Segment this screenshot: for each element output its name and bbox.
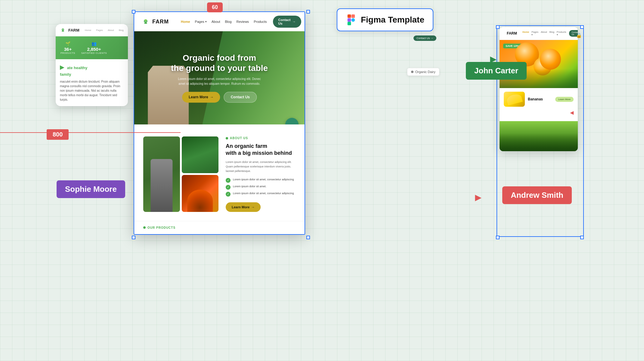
about-field-image [182,136,218,173]
svg-point-7 [145,19,146,21]
contact-us-hero-button[interactable]: Contact Us [224,92,257,103]
cursor-area: ◀ [504,110,574,116]
products-section: OUR PRODUCTS [134,221,305,234]
product-info: Bananas [528,97,552,101]
hero-title: Organic food fromthe ground to your tabl… [143,53,296,73]
check-icon-1: ✓ [226,178,231,183]
farmer-image [150,159,172,212]
arrow-btn-icon: → [251,205,255,209]
right-nav-pages: Pages ▾ [531,31,538,36]
products-dot [143,226,146,229]
organic-dot [411,71,413,73]
stat-clients: 👥 2,850+ Satisfied Clients [81,41,107,54]
andrew-smith-label: Andrew Smith [502,186,572,204]
nav-home[interactable]: Home [181,20,190,23]
left-mobile-card: FARM Home Pages About Blog 🌱 36+ Product… [56,24,128,106]
products-num: 36+ [60,47,75,52]
hero-section: Organic food fromthe ground to your tabl… [134,31,305,124]
right-selection-handle-br [496,236,500,239]
selection-handle-tr [306,10,310,14]
selection-handle-br [306,236,310,239]
selection-handle-bl [132,236,135,239]
red-line [0,132,181,133]
arrow-right-icon: → [293,20,296,23]
about-section: ABOUT US An organic farmwith a big missi… [134,124,305,221]
center-main-card: FARM Home Pages ▾ About Blog Reviews Pro… [134,11,305,235]
badge-60: 60 [207,2,223,12]
sophie-moore-label: Sophie Moore [57,180,125,198]
contact-us-button[interactable]: Contact Us → [273,16,301,28]
john-carter-label: John Carter [466,62,527,80]
left-card-title: ▶ ate healthy family [60,63,124,78]
right-nav-about: About [541,31,547,36]
about-check-3: ✓ Lorem ipsum dolor sit amet, consectetu… [226,192,296,197]
left-card-nav-about: About [108,29,114,32]
products-label: Products [60,52,75,54]
left-card-logo: FARM Home Pages About Blog [56,24,128,36]
left-card-nav-blog: Blog [119,29,124,32]
cursor-icon: ◀ [570,110,574,115]
left-card-arrow-icon: ▶ [60,64,64,70]
arrow-icon: → [210,95,214,99]
about-images-grid [143,136,218,212]
right-selection-handle-bl [580,236,584,239]
left-card-nav-pages: Pages [96,29,103,32]
svg-rect-1 [351,14,355,18]
nav-reviews[interactable]: Reviews [237,20,249,23]
svg-rect-0 [348,14,351,18]
about-desc: Lorem ipsum dolor sit amet, consectetur … [226,160,296,174]
left-card-farm-text: FARM [68,28,79,32]
figma-icon [346,14,357,25]
right-nav-products: Products ▾ [557,31,566,36]
bowl-tomatoes [187,190,213,212]
clients-icon: 👥 [81,41,107,46]
right-selection-handle-tl [580,25,584,29]
left-card-desc: maculet enim dictum tincidunt. Proin ali… [60,80,120,101]
right-card-bottom-image [500,121,578,151]
nav-blog[interactable]: Blog [225,20,232,23]
products-icon: 🌱 [60,41,75,46]
about-title: An organic farmwith a big mission behind [226,143,296,157]
nav-links: Home Pages ▾ About Blog Reviews Products [181,20,267,23]
stat-products: 🌱 36+ Products [60,41,75,54]
about-check-1: ✓ Lorem ipsum dolor sit amet, consectetu… [226,178,296,183]
about-tag: ABOUT US [226,136,296,140]
contact-small-badge: Contact Us → [413,35,436,41]
product-name: Bananas [528,97,552,101]
nav-pages[interactable]: Pages ▾ [195,20,207,23]
svg-rect-3 [348,22,351,25]
about-check-2: ✓ Lorem ipsum dolor sit amet. [226,185,296,190]
nav-products[interactable]: Products [254,20,267,23]
left-card-content: ▶ ate healthy family maculet enim dictum… [56,59,128,106]
farm-logo: FARM [141,17,169,26]
right-selection-handle-tr [496,25,500,29]
left-card-stats: 🌱 36+ Products 👥 2,850+ Satisfied Client… [56,36,128,59]
about-text: ABOUT US An organic farmwith a big missi… [226,136,296,212]
figma-template-badge: Figma Template [337,8,433,31]
label-800: 800 [47,129,69,140]
about-tag-dot [226,137,228,139]
banana-image [504,92,525,107]
hero-subtitle: Lorem ipsum dolor sit amet, consectetur … [177,77,262,87]
farm-logo-icon [141,17,150,26]
check-icon-3: ✓ [226,192,231,197]
lock-icon: 🔒 [576,32,582,38]
farm-logo-name: FARM [152,19,169,25]
about-learn-more-button[interactable]: Learn More → [226,202,261,212]
right-nav-home: Home [522,31,529,36]
product-row: Bananas Learn More [504,92,574,107]
clients-num: 2,850+ [81,47,107,52]
svg-rect-2 [348,18,351,22]
check-icon-2: ✓ [226,185,231,190]
about-tomatoes-image [182,175,218,212]
hero-buttons: Learn More → Contact Us [143,92,296,103]
learn-more-button[interactable]: Learn More → [182,92,220,103]
right-card-nav: FARM Home Pages ▾ About Blog Products ▾ … [500,27,578,40]
about-main-image [143,136,180,212]
products-tag: OUR PRODUCTS [143,226,296,229]
clients-label: Satisfied Clients [81,52,107,54]
nav-about[interactable]: About [212,20,220,23]
right-nav-blog: Blog [550,31,554,36]
product-learn-btn[interactable]: Learn More [555,97,574,102]
left-card-nav-home: Home [85,29,91,32]
